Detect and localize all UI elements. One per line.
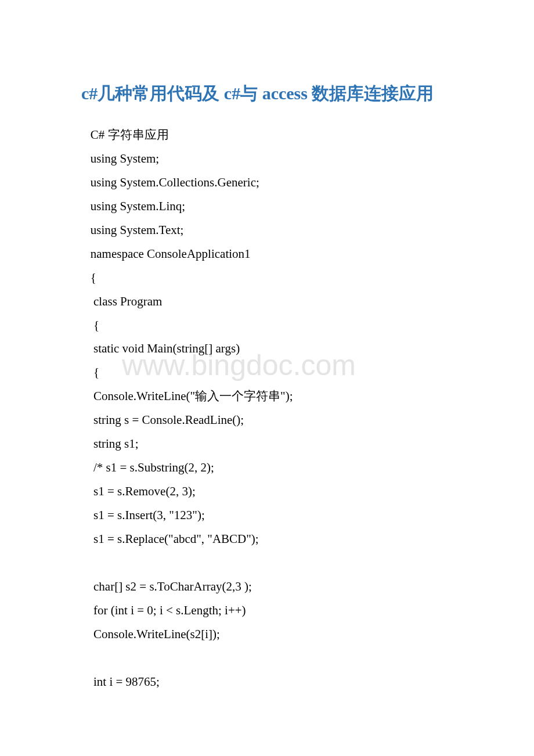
code-line: char[] s2 = s.ToCharArray(2,3 );: [81, 575, 476, 599]
code-line: static void Main(string[] args): [81, 337, 476, 361]
code-line: {: [81, 314, 476, 337]
code-line: Console.WriteLine("输入一个字符串");: [81, 384, 476, 408]
code-line: Console.WriteLine(s2[i]);: [81, 622, 476, 646]
document-title: c#几种常用代码及 c#与 access 数据库连接应用: [81, 81, 476, 106]
code-line: {: [81, 361, 476, 384]
code-line: using System.Collections.Generic;: [81, 171, 476, 195]
code-line: namespace ConsoleApplication1: [81, 242, 476, 266]
code-line: C# 字符串应用: [81, 123, 476, 147]
code-line: [81, 646, 476, 670]
code-line: string s = Console.ReadLine();: [81, 408, 476, 432]
code-line: /* s1 = s.Substring(2, 2);: [81, 456, 476, 480]
code-line: class Program: [81, 290, 476, 314]
code-line: {: [81, 266, 476, 290]
code-line: s1 = s.Insert(3, "123");: [81, 503, 476, 527]
code-line: for (int i = 0; i < s.Length; i++): [81, 599, 476, 622]
code-line: s1 = s.Remove(2, 3);: [81, 480, 476, 503]
code-line: [81, 551, 476, 575]
document-content: c#几种常用代码及 c#与 access 数据库连接应用 C# 字符串应用 us…: [81, 81, 476, 694]
code-line: using System.Linq;: [81, 195, 476, 218]
code-line: using System.Text;: [81, 218, 476, 242]
code-line: s1 = s.Replace("abcd", "ABCD");: [81, 527, 476, 551]
code-line: int i = 98765;: [81, 670, 476, 694]
code-line: string s1;: [81, 432, 476, 456]
code-content: C# 字符串应用 using System; using System.Coll…: [81, 123, 476, 694]
code-line: using System;: [81, 147, 476, 171]
